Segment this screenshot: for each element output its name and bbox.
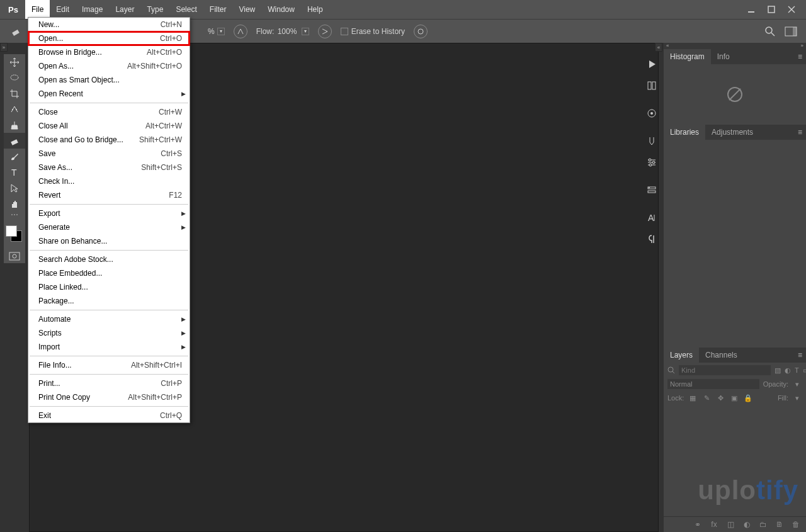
filter-type-icon[interactable]: T bbox=[795, 365, 799, 375]
adjustment-layer-icon[interactable]: ◐ bbox=[742, 519, 752, 529]
menu-item-search-adobe-stock[interactable]: Search Adobe Stock... bbox=[28, 252, 190, 266]
menu-image[interactable]: Image bbox=[76, 0, 109, 19]
opacity-dropdown[interactable]: ▾ bbox=[792, 379, 802, 389]
menu-item-print[interactable]: Print...Ctrl+P bbox=[28, 376, 190, 390]
lasso-tool[interactable] bbox=[4, 70, 25, 86]
opacity-dropdown[interactable]: ▾ bbox=[217, 28, 225, 35]
paragraph-icon[interactable] bbox=[643, 230, 661, 248]
panel-menu-icon[interactable]: ≡ bbox=[794, 128, 806, 137]
tab-info[interactable]: Info bbox=[711, 49, 736, 64]
menu-item-file-info[interactable]: File Info...Alt+Shift+Ctrl+I bbox=[28, 358, 190, 372]
color-swatches[interactable] bbox=[4, 224, 25, 246]
menu-item-import[interactable]: Import bbox=[28, 340, 190, 354]
tab-adjustments[interactable]: Adjustments bbox=[705, 125, 759, 140]
spot-heal-tool[interactable] bbox=[4, 101, 25, 117]
pressure-size-icon[interactable] bbox=[414, 25, 428, 38]
layer-filter-input[interactable] bbox=[679, 365, 771, 375]
path-select-tool[interactable] bbox=[4, 180, 25, 196]
menu-item-package[interactable]: Package... bbox=[28, 294, 190, 308]
workspace-switcher-icon[interactable] bbox=[785, 26, 797, 37]
move-tool[interactable] bbox=[4, 54, 25, 70]
menu-item-new[interactable]: New...Ctrl+N bbox=[28, 18, 190, 31]
menu-view[interactable]: View bbox=[232, 0, 261, 19]
menu-item-save[interactable]: SaveCtrl+S bbox=[28, 147, 190, 161]
character-icon[interactable]: A bbox=[643, 209, 661, 227]
clone-stamp-tool[interactable] bbox=[4, 117, 25, 133]
menu-edit[interactable]: Edit bbox=[50, 0, 76, 19]
menu-item-place-embedded[interactable]: Place Embedded... bbox=[28, 266, 190, 280]
menu-item-generate[interactable]: Generate bbox=[28, 220, 190, 234]
new-layer-icon[interactable]: 🗎 bbox=[775, 519, 785, 529]
filter-pixel-icon[interactable]: ▧ bbox=[775, 365, 781, 375]
menu-item-save-as[interactable]: Save As...Shift+Ctrl+S bbox=[28, 161, 190, 174]
lock-transparency-icon[interactable]: ▦ bbox=[688, 393, 698, 403]
menu-item-export[interactable]: Export bbox=[28, 207, 190, 220]
delete-layer-icon[interactable]: 🗑 bbox=[791, 519, 801, 529]
lock-all-icon[interactable]: 🔒 bbox=[743, 393, 753, 403]
menu-item-open-recent[interactable]: Open Recent bbox=[28, 87, 190, 101]
layer-style-icon[interactable]: fx bbox=[709, 519, 719, 529]
lock-pixels-icon[interactable]: ✎ bbox=[701, 393, 712, 403]
blend-mode-select[interactable]: Normal bbox=[667, 379, 759, 389]
menu-item-close-all[interactable]: Close AllAlt+Ctrl+W bbox=[28, 119, 190, 133]
crop-tool[interactable] bbox=[4, 86, 25, 101]
lock-artboard-icon[interactable]: ▣ bbox=[729, 393, 739, 403]
eraser-tool[interactable] bbox=[4, 133, 25, 149]
menu-item-exit[interactable]: ExitCtrl+Q bbox=[28, 409, 190, 422]
menu-type[interactable]: Type bbox=[140, 0, 169, 19]
brush-tool[interactable] bbox=[4, 149, 25, 164]
maximize-button[interactable] bbox=[766, 4, 777, 15]
menu-item-browse-in-bridge[interactable]: Browse in Bridge...Alt+Ctrl+O bbox=[28, 45, 190, 59]
group-icon[interactable]: 🗀 bbox=[758, 519, 768, 529]
foreground-color-swatch[interactable] bbox=[6, 225, 17, 237]
panel-menu-icon[interactable]: ≡ bbox=[794, 52, 806, 61]
flow-dropdown[interactable]: ▾ bbox=[302, 28, 309, 35]
tab-libraries[interactable]: Libraries bbox=[664, 125, 705, 140]
layer-mask-icon[interactable]: ◫ bbox=[725, 519, 735, 529]
current-tool-icon[interactable] bbox=[9, 23, 25, 40]
menu-select[interactable]: Select bbox=[169, 0, 203, 19]
menu-item-scripts[interactable]: Scripts bbox=[28, 326, 190, 340]
airbrush-icon[interactable] bbox=[318, 25, 332, 38]
menu-item-open-as-smart-object[interactable]: Open as Smart Object... bbox=[28, 73, 190, 87]
lock-position-icon[interactable]: ✥ bbox=[715, 393, 725, 403]
hand-tool[interactable] bbox=[4, 196, 25, 212]
search-icon[interactable] bbox=[764, 26, 776, 37]
tab-channels[interactable]: Channels bbox=[699, 348, 744, 363]
link-layers-icon[interactable]: ⚭ bbox=[693, 519, 703, 529]
filter-shape-icon[interactable]: ▭ bbox=[803, 365, 806, 375]
menu-item-close-and-go-to-bridge[interactable]: Close and Go to Bridge...Shift+Ctrl+W bbox=[28, 133, 190, 147]
filter-adjust-icon[interactable]: ◐ bbox=[785, 365, 791, 375]
panel-collapse-bar[interactable]: «» bbox=[664, 43, 806, 49]
left-collapse-handle[interactable]: » bbox=[0, 43, 8, 52]
quick-mask-toggle[interactable] bbox=[4, 249, 25, 263]
menu-window[interactable]: Window bbox=[261, 0, 301, 19]
menu-file[interactable]: File bbox=[25, 0, 50, 19]
menu-item-open[interactable]: Open...Ctrl+O bbox=[28, 31, 190, 45]
menu-item-revert[interactable]: RevertF12 bbox=[28, 188, 190, 202]
brush-settings-icon[interactable] bbox=[643, 154, 661, 171]
tab-histogram[interactable]: Histogram bbox=[664, 49, 711, 64]
menu-help[interactable]: Help bbox=[301, 0, 329, 19]
play-icon[interactable] bbox=[643, 55, 661, 73]
right-collapse-handle[interactable]: « bbox=[655, 43, 662, 52]
menu-layer[interactable]: Layer bbox=[109, 0, 140, 19]
menu-item-automate[interactable]: Automate bbox=[28, 312, 190, 326]
erase-history-checkbox[interactable] bbox=[341, 28, 348, 35]
menu-item-share-on-behance[interactable]: Share on Behance... bbox=[28, 234, 190, 248]
pressure-opacity-icon[interactable] bbox=[234, 25, 247, 38]
brushes-icon[interactable] bbox=[643, 132, 661, 150]
properties-icon[interactable] bbox=[643, 105, 661, 122]
type-tool[interactable]: T bbox=[4, 164, 25, 180]
menu-item-open-as[interactable]: Open As...Alt+Shift+Ctrl+O bbox=[28, 59, 190, 73]
layer-comps-icon[interactable] bbox=[643, 181, 661, 199]
menu-item-close[interactable]: CloseCtrl+W bbox=[28, 105, 190, 119]
tab-layers[interactable]: Layers bbox=[664, 348, 699, 363]
close-window-button[interactable] bbox=[786, 4, 797, 15]
menu-item-print-one-copy[interactable]: Print One CopyAlt+Shift+Ctrl+P bbox=[28, 390, 190, 404]
minimize-button[interactable] bbox=[746, 4, 757, 15]
flow-value[interactable]: 100% bbox=[278, 27, 300, 36]
menu-item-check-in[interactable]: Check In... bbox=[28, 174, 190, 188]
fill-dropdown[interactable]: ▾ bbox=[792, 393, 802, 403]
more-tools[interactable]: ⋯ bbox=[4, 212, 25, 222]
